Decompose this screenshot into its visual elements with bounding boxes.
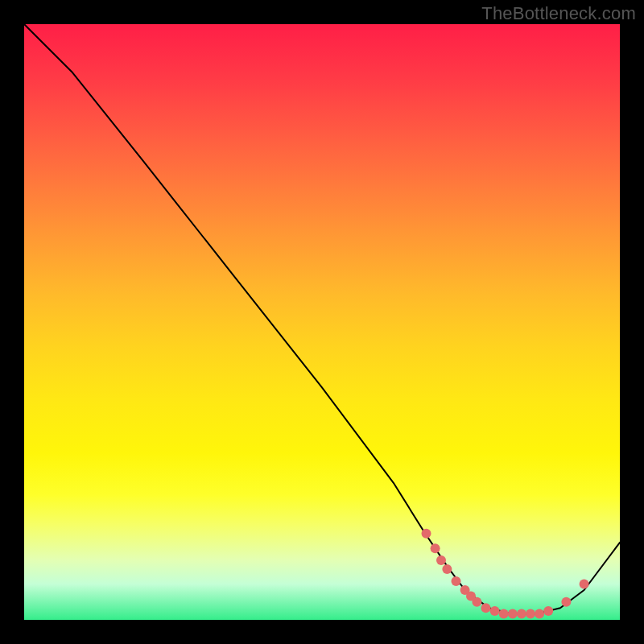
marker-dot: [499, 609, 509, 619]
marker-dot: [535, 609, 544, 619]
marker-dot: [481, 603, 491, 613]
marker-dots: [422, 529, 589, 619]
marker-dot: [543, 606, 553, 616]
chart-svg: [24, 24, 620, 620]
marker-dot: [580, 580, 589, 589]
marker-dot: [422, 529, 431, 539]
marker-dot: [452, 576, 461, 586]
marker-dot: [508, 609, 518, 619]
watermark-text: TheBottleneck.com: [481, 3, 636, 24]
marker-dot: [472, 597, 481, 607]
marker-dot: [442, 564, 452, 574]
marker-dot: [517, 609, 526, 619]
chart-frame: [24, 24, 620, 620]
marker-dot: [561, 597, 571, 607]
marker-dot: [490, 606, 500, 616]
marker-dot: [431, 543, 440, 553]
marker-dot: [436, 555, 446, 565]
bottleneck-curve: [24, 24, 620, 614]
marker-dot: [526, 609, 535, 619]
